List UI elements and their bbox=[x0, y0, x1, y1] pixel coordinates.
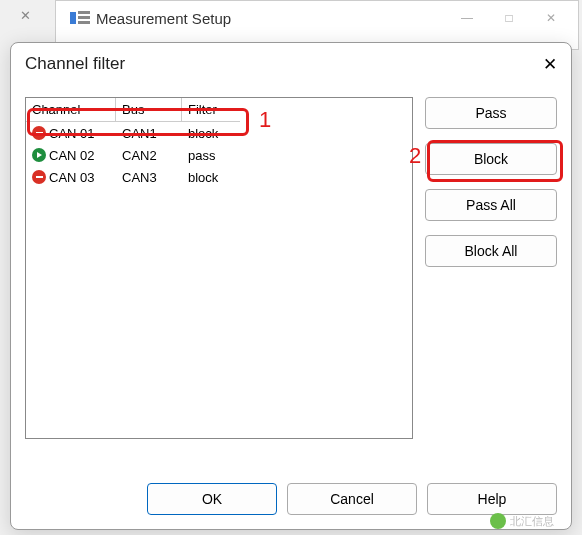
minimize-button[interactable]: — bbox=[446, 11, 488, 25]
table-row[interactable]: CAN 02 CAN2 pass bbox=[26, 144, 412, 166]
svg-rect-1 bbox=[78, 11, 90, 14]
block-button[interactable]: Block bbox=[425, 143, 557, 175]
help-button[interactable]: Help bbox=[427, 483, 557, 515]
channel-list[interactable]: Channel Bus Filter CAN 01 CAN1 block CA bbox=[25, 97, 413, 439]
pass-all-button[interactable]: Pass All bbox=[425, 189, 557, 221]
parent-window-controls: — □ ✕ bbox=[446, 11, 572, 25]
svg-rect-0 bbox=[70, 12, 76, 24]
parent-window-title: Measurement Setup bbox=[96, 10, 231, 27]
watermark-text: 北汇信息 bbox=[510, 514, 554, 529]
cell-bus: CAN2 bbox=[116, 148, 182, 163]
channel-filter-dialog: Channel filter ✕ Channel Bus Filter CAN … bbox=[10, 42, 572, 530]
header-filter[interactable]: Filter bbox=[182, 98, 240, 122]
cell-channel: CAN 01 bbox=[49, 126, 95, 141]
block-icon bbox=[32, 126, 46, 140]
cell-filter: pass bbox=[182, 148, 240, 163]
table-row[interactable]: CAN 03 CAN3 block bbox=[26, 166, 412, 188]
app-icon bbox=[70, 10, 90, 26]
cell-channel: CAN 03 bbox=[49, 170, 95, 185]
cell-filter: block bbox=[182, 170, 240, 185]
dialog-title: Channel filter bbox=[25, 54, 125, 74]
watermark-icon bbox=[490, 513, 506, 529]
maximize-button[interactable]: □ bbox=[488, 11, 530, 25]
cell-bus: CAN3 bbox=[116, 170, 182, 185]
cell-bus: CAN1 bbox=[116, 126, 182, 141]
ok-button[interactable]: OK bbox=[147, 483, 277, 515]
close-icon[interactable]: ✕ bbox=[543, 54, 557, 75]
cell-channel: CAN 02 bbox=[49, 148, 95, 163]
tab-close-icon[interactable]: ✕ bbox=[20, 8, 31, 23]
list-header: Channel Bus Filter bbox=[26, 98, 412, 122]
dialog-bottom-buttons: OK Cancel Help bbox=[147, 483, 557, 515]
pass-button[interactable]: Pass bbox=[425, 97, 557, 129]
parent-close-button[interactable]: ✕ bbox=[530, 11, 572, 25]
svg-rect-3 bbox=[78, 21, 90, 24]
svg-rect-2 bbox=[78, 16, 90, 19]
cancel-button[interactable]: Cancel bbox=[287, 483, 417, 515]
side-button-panel: Pass Block Pass All Block All bbox=[425, 97, 557, 439]
header-channel[interactable]: Channel bbox=[26, 98, 116, 122]
header-bus[interactable]: Bus bbox=[116, 98, 182, 122]
dialog-titlebar: Channel filter ✕ bbox=[11, 43, 571, 85]
cell-filter: block bbox=[182, 126, 240, 141]
pass-icon bbox=[32, 148, 46, 162]
watermark: 北汇信息 bbox=[490, 513, 554, 529]
block-all-button[interactable]: Block All bbox=[425, 235, 557, 267]
table-row[interactable]: CAN 01 CAN1 block bbox=[26, 122, 412, 144]
block-icon bbox=[32, 170, 46, 184]
parent-titlebar: Measurement Setup — □ ✕ bbox=[56, 1, 578, 35]
